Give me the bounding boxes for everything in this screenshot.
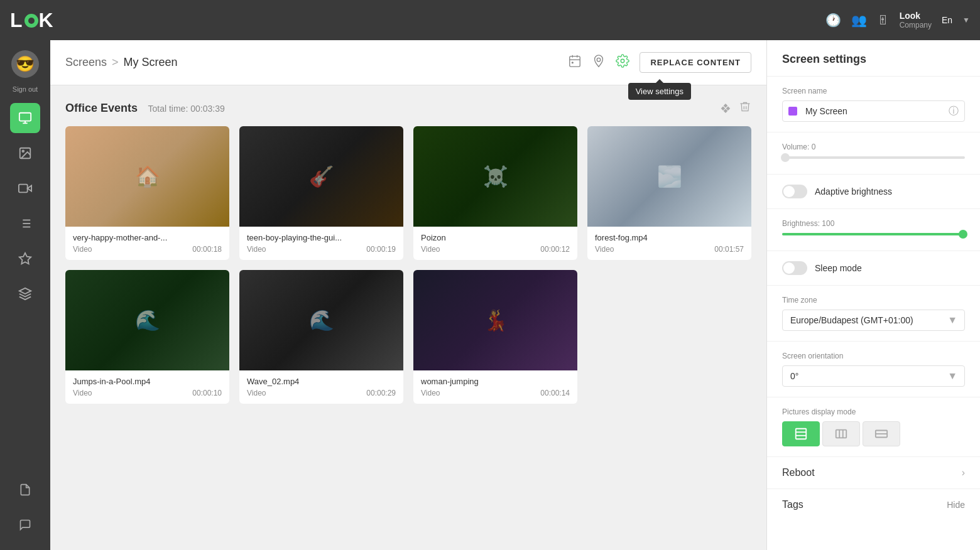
video-meta: Video 00:00:29 [247, 389, 396, 397]
file-icon [19, 483, 31, 496]
video-thumbnail: 🌊 [65, 270, 229, 370]
sign-out-button[interactable]: Sign out [13, 85, 38, 93]
playlist-actions: ❖ [720, 100, 751, 116]
sidebar-item-screen[interactable] [10, 103, 40, 133]
svg-rect-0 [19, 113, 31, 121]
thumb-icon: 🎸 [239, 126, 403, 227]
video-duration: 00:00:29 [366, 389, 396, 397]
video-thumbnail: 🎸 [239, 126, 403, 227]
timezone-select[interactable]: Europe/Budapest (GMT+01:00) [782, 310, 965, 331]
tags-hide[interactable]: Hide [947, 500, 965, 510]
video-type: Video [73, 245, 92, 254]
video-name: forest-fog.mp4 [595, 233, 744, 242]
mode-fill-button[interactable] [782, 421, 820, 446]
video-grid: 🏠 very-happy-mother-and-... Video 00:00:… [65, 126, 751, 404]
svg-rect-6 [19, 185, 28, 193]
breadcrumb-parent[interactable]: Screens [65, 56, 107, 69]
screen-icon [18, 111, 32, 125]
video-card[interactable]: ☠️ Poizon Video 00:00:12 [413, 126, 577, 260]
playlist-header: Office Events Total time: 00:03:39 ❖ [65, 100, 751, 116]
right-panel: Screen settings Screen name ⓘ Volume: 0 [766, 40, 980, 550]
sidebar-item-images[interactable] [10, 138, 40, 168]
sidebar-item-layers[interactable] [10, 279, 40, 309]
pictures-mode-section: Pictures display mode [767, 397, 980, 457]
thumb-icon: 🏠 [65, 126, 229, 227]
screen-name-input[interactable] [782, 100, 965, 122]
content-area: Office Events Total time: 00:03:39 ❖ [50, 85, 766, 550]
adaptive-brightness-toggle[interactable] [782, 185, 807, 198]
video-info: teen-boy-playing-the-gui... Video 00:00:… [239, 227, 403, 260]
video-info: Wave_02.mp4 Video 00:00:29 [239, 370, 403, 404]
mode-fit-button[interactable] [822, 421, 860, 446]
timezone-wrapper: Europe/Budapest (GMT+01:00) ▼ [782, 310, 965, 331]
clock-icon[interactable]: 🕐 [825, 13, 841, 28]
panel-title: Screen settings [767, 40, 980, 77]
adaptive-brightness-row: Adaptive brightness [782, 185, 965, 198]
video-info: Poizon Video 00:00:12 [413, 227, 577, 260]
avatar[interactable]: 😎 [11, 50, 39, 78]
logo: L K [10, 9, 55, 32]
reboot-section[interactable]: Reboot › [767, 457, 980, 489]
header-actions: REPLACE CONTENT [568, 52, 751, 73]
video-name: very-happy-mother-and-... [73, 233, 222, 242]
orientation-select[interactable]: 0° 90° 180° 270° [782, 365, 965, 387]
lang-arrow[interactable]: ▼ [962, 16, 970, 24]
brightness-slider-track[interactable] [782, 233, 965, 235]
volume-slider-track[interactable] [782, 156, 965, 159]
video-name: Poizon [421, 233, 570, 242]
thumb-icon: 🌫️ [587, 126, 751, 227]
pictures-mode-buttons [782, 421, 965, 446]
language-selector[interactable]: En [942, 15, 952, 25]
timezone-label: Time zone [782, 296, 965, 305]
thumb-icon: 🌊 [239, 270, 403, 370]
settings-icon[interactable] [616, 54, 629, 71]
video-icon [18, 181, 32, 195]
video-card[interactable]: 💃 woman-jumping Video 00:00:14 [413, 270, 577, 404]
reboot-arrow: › [962, 467, 965, 478]
svg-rect-25 [836, 430, 847, 438]
list-icon [18, 217, 32, 230]
calendar-icon[interactable] [568, 54, 582, 71]
video-duration: 00:00:14 [540, 389, 570, 397]
video-card[interactable]: 🌊 Jumps-in-a-Pool.mp4 Video 00:00:10 [65, 270, 229, 404]
video-info: very-happy-mother-and-... Video 00:00:18 [65, 227, 229, 260]
video-meta: Video 00:00:19 [247, 245, 396, 254]
users-icon[interactable]: 👥 [851, 13, 867, 28]
timezone-section: Time zone Europe/Budapest (GMT+01:00) ▼ [767, 286, 980, 342]
sidebar-item-file[interactable] [10, 475, 40, 505]
breadcrumb: Screens > My Screen [65, 56, 178, 69]
breadcrumb-current: My Screen [124, 56, 178, 69]
svg-point-4 [22, 150, 24, 152]
mode-stretch-button[interactable] [863, 421, 900, 446]
sliders-icon[interactable]: 🎚 [877, 13, 890, 28]
screen-name-wrapper: ⓘ [782, 100, 965, 122]
video-type: Video [247, 389, 266, 397]
location-icon[interactable] [592, 54, 606, 71]
delete-playlist-icon[interactable] [739, 100, 751, 116]
video-card[interactable]: 🌊 Wave_02.mp4 Video 00:00:29 [239, 270, 403, 404]
tags-section[interactable]: Tags Hide [767, 489, 980, 520]
layers-action-icon[interactable]: ❖ [720, 101, 731, 116]
video-card[interactable]: 🎸 teen-boy-playing-the-gui... Video 00:0… [239, 126, 403, 260]
video-thumbnail: 🏠 [65, 126, 229, 227]
svg-marker-5 [28, 185, 31, 191]
video-duration: 00:00:10 [192, 389, 222, 397]
svg-rect-15 [570, 57, 580, 67]
sidebar-item-starred[interactable] [10, 244, 40, 274]
svg-marker-13 [19, 253, 31, 264]
playlist-title: Office Events [65, 102, 138, 114]
video-card[interactable]: 🌫️ forest-fog.mp4 Video 00:01:57 [587, 126, 751, 260]
sidebar-item-list[interactable] [10, 208, 40, 239]
user-menu[interactable]: Look Company [900, 11, 932, 30]
video-type: Video [421, 389, 440, 397]
reboot-label: Reboot [782, 467, 815, 478]
video-card[interactable]: 🏠 very-happy-mother-and-... Video 00:00:… [65, 126, 229, 260]
sidebar-bottom [10, 475, 40, 540]
sleep-mode-section: Sleep mode [767, 251, 980, 286]
svg-point-20 [597, 58, 601, 62]
tags-label: Tags [782, 499, 803, 510]
replace-content-button[interactable]: REPLACE CONTENT [640, 52, 751, 73]
sidebar-item-chat[interactable] [10, 510, 40, 540]
sidebar-item-video[interactable] [10, 173, 40, 203]
sleep-mode-toggle[interactable] [782, 261, 807, 275]
